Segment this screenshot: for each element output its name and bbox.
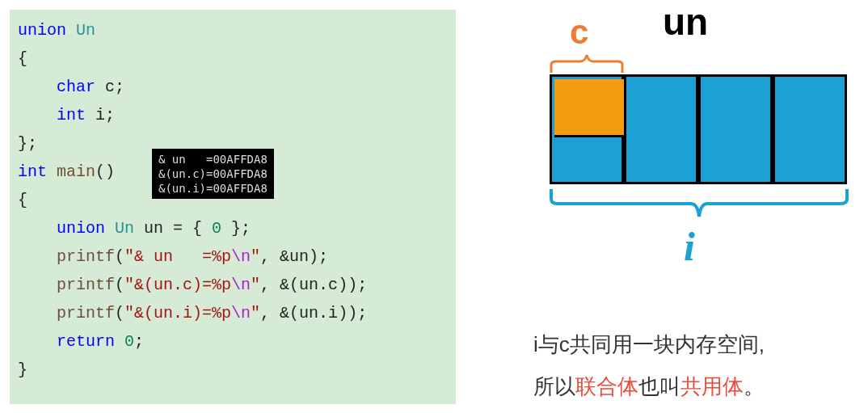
byte-cell bbox=[698, 74, 773, 184]
kw-union: union bbox=[18, 219, 105, 238]
fn-printf: printf bbox=[57, 247, 115, 266]
code-line: union Un bbox=[18, 16, 448, 44]
caption-red: 联合体 bbox=[575, 374, 638, 398]
open: ( bbox=[115, 276, 124, 294]
bracket-c bbox=[550, 53, 624, 74]
num-zero: 0 bbox=[115, 332, 134, 351]
esc: \n bbox=[231, 247, 251, 266]
output-line: &(un.c)=00AFFDA8 bbox=[158, 166, 268, 181]
indent bbox=[18, 276, 57, 294]
code-line: printf("&(un.i)=%p\n", &(un.i)); bbox=[18, 299, 448, 327]
fn-main: main bbox=[47, 162, 95, 181]
brace-close: }; bbox=[18, 134, 37, 153]
esc: \n bbox=[231, 276, 251, 294]
caption-text: 所以 bbox=[533, 374, 575, 398]
rest: , &un); bbox=[260, 247, 328, 266]
open: ( bbox=[115, 247, 124, 266]
caption-line-1: i与c共同用一块内存空间, bbox=[533, 323, 765, 365]
output-line: & un =00AFFDA8 bbox=[158, 152, 268, 166]
code-line: union Un un = { 0 }; bbox=[18, 214, 448, 242]
rest: , &(un.c)); bbox=[260, 276, 367, 294]
byte-cell bbox=[550, 74, 624, 184]
code-line: char c; bbox=[18, 73, 448, 101]
caption-text: i与c共同用一块内存空间, bbox=[533, 332, 765, 356]
brace: { bbox=[18, 191, 27, 209]
fn-printf: printf bbox=[57, 304, 115, 322]
kw-union: union bbox=[18, 21, 66, 40]
output-line: &(un.i)=00AFFDA8 bbox=[158, 181, 268, 196]
str: " bbox=[251, 304, 260, 322]
label-un: un bbox=[663, 0, 708, 44]
rest: , &(un.i)); bbox=[260, 304, 367, 322]
str: "& un =%p bbox=[124, 247, 231, 266]
semi: ; bbox=[134, 332, 144, 351]
str: " bbox=[251, 276, 260, 294]
code-line: printf("&(un.c)=%p\n", &(un.c)); bbox=[18, 271, 448, 299]
caption-red: 共用体 bbox=[680, 374, 744, 398]
caption-text: 。 bbox=[744, 374, 765, 398]
code-panel: union Un { char c; int i; }; int main() … bbox=[10, 10, 456, 404]
str: "&(un.c)=%p bbox=[124, 276, 231, 294]
caption-text: 也叫 bbox=[638, 374, 680, 398]
caption: i与c共同用一块内存空间, 所以联合体也叫共用体。 bbox=[533, 323, 765, 407]
output-box: & un =00AFFDA8 &(un.c)=00AFFDA8 &(un.i)=… bbox=[152, 149, 274, 199]
kw-int: int bbox=[18, 162, 47, 181]
paren: () bbox=[95, 162, 115, 181]
code-line: return 0; bbox=[18, 327, 448, 356]
code-line: int i; bbox=[18, 101, 448, 129]
code-line: printf("& un =%p\n", &un); bbox=[18, 242, 448, 271]
var-i: i; bbox=[86, 106, 115, 124]
indent bbox=[18, 304, 57, 322]
var-un: un = { bbox=[134, 219, 212, 238]
bracket-i bbox=[550, 188, 849, 220]
str: "&(un.i)=%p bbox=[124, 304, 231, 322]
brace: { bbox=[18, 49, 27, 68]
c-byte-overlay bbox=[554, 79, 624, 137]
caption-line-2: 所以联合体也叫共用体。 bbox=[533, 365, 765, 407]
byte-cell bbox=[624, 74, 698, 184]
label-c: c bbox=[570, 13, 588, 52]
brace-close: } bbox=[18, 360, 27, 379]
type-Un: Un bbox=[66, 21, 95, 40]
end: }; bbox=[221, 219, 251, 238]
fn-printf: printf bbox=[57, 276, 115, 294]
indent bbox=[18, 247, 57, 266]
code-line: } bbox=[18, 356, 448, 384]
label-i: i bbox=[684, 223, 695, 270]
var-c: c; bbox=[95, 78, 124, 96]
byte-cell bbox=[773, 74, 847, 184]
str: " bbox=[251, 247, 260, 266]
kw-return: return bbox=[18, 332, 115, 351]
num-zero: 0 bbox=[212, 219, 221, 238]
kw-int: int bbox=[18, 106, 86, 124]
open: ( bbox=[115, 304, 124, 322]
kw-char: char bbox=[18, 78, 95, 96]
type-Un: Un bbox=[105, 219, 134, 238]
code-line: { bbox=[18, 44, 448, 73]
esc: \n bbox=[231, 304, 251, 322]
memory-cells bbox=[550, 74, 849, 184]
